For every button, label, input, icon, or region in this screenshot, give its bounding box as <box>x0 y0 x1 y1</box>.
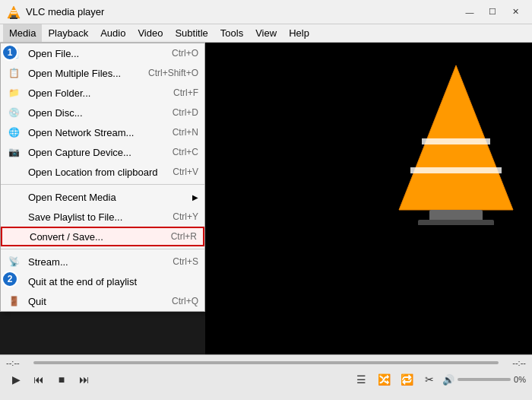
shortcut-open-location: Ctrl+V <box>173 167 198 177</box>
icon-quit: 🚪 <box>7 294 21 308</box>
media-dropdown: 📄Open File...Ctrl+O📋Open Multiple Files.… <box>0 43 205 312</box>
menu-item-view[interactable]: View <box>249 24 283 42</box>
label-open-recent: Open Recent Media <box>28 192 116 203</box>
svg-marker-5 <box>399 65 513 210</box>
shortcut-stream: Ctrl+S <box>173 256 198 267</box>
progress-track[interactable] <box>33 361 499 364</box>
label-open-capture: Open Capture Device... <box>28 147 131 158</box>
menu-item-open-capture[interactable]: 📷Open Capture Device...Ctrl+C <box>1 142 204 162</box>
menu-item-open-multiple[interactable]: 📋Open Multiple Files...Ctrl+Shift+O <box>1 63 204 83</box>
menu-item-stream[interactable]: 📡Stream...Ctrl+S <box>1 252 204 271</box>
shortcut-open-folder: Ctrl+F <box>173 87 198 98</box>
label-open-network: Open Network Stream... <box>28 127 134 138</box>
title-bar: VLC media player — ☐ ✕ <box>0 0 532 24</box>
svg-rect-9 <box>429 210 483 221</box>
label-open-multiple: Open Multiple Files... <box>28 68 121 79</box>
progress-bar-area: --:-- --:-- <box>6 358 526 367</box>
shortcut-quit: Ctrl+Q <box>172 296 198 306</box>
shortcut-save-playlist: Ctrl+Y <box>173 211 198 222</box>
menu-item-video[interactable]: Video <box>131 24 169 42</box>
icon-open-folder: 📁 <box>7 86 21 100</box>
menu-item-subtitle[interactable]: Subtitle <box>169 24 214 42</box>
shortcut-open-capture: Ctrl+C <box>173 147 198 157</box>
label-save-playlist: Save Playlist to File... <box>28 211 122 223</box>
separator-7 <box>1 184 204 185</box>
close-button[interactable]: ✕ <box>505 4 526 21</box>
menu-item-quit-end[interactable]: Quit at the end of playlist <box>1 271 204 291</box>
volume-percent: 0% <box>514 375 526 384</box>
controls-buttons: ▶ ⏮ ■ ⏭ ☰ 🔀 🔁 ✂ 🔊 0% <box>6 370 526 389</box>
separator-10 <box>1 249 204 249</box>
menu-item-open-folder[interactable]: 📁Open Folder...Ctrl+F <box>1 83 204 103</box>
volume-area: 🔊 0% <box>442 374 526 386</box>
label-open-folder: Open Folder... <box>28 87 90 99</box>
maximize-button[interactable]: ☐ <box>482 4 503 21</box>
menu-item-open-recent[interactable]: Open Recent Media▶ <box>1 187 204 207</box>
label-open-location: Open Location from clipboard <box>28 167 158 178</box>
svg-rect-10 <box>418 220 494 225</box>
menu-item-open-disc[interactable]: 💿Open Disc...Ctrl+D <box>1 103 204 122</box>
menu-item-open-location[interactable]: Open Location from clipboardCtrl+V <box>1 162 204 182</box>
menu-bar: MediaPlaybackAudioVideoSubtitleToolsView… <box>0 24 532 43</box>
menu-item-tools[interactable]: Tools <box>214 24 249 42</box>
shortcut-open-multiple: Ctrl+Shift+O <box>148 68 198 78</box>
icon-open-capture: 📷 <box>7 145 21 159</box>
vlc-cone-graphic <box>395 58 517 225</box>
label-quit-end: Quit at the end of playlist <box>28 276 137 287</box>
prev-button[interactable]: ⏮ <box>29 370 49 389</box>
minimize-button[interactable]: — <box>459 4 480 21</box>
menu-item-open-file[interactable]: 📄Open File...Ctrl+O <box>1 43 204 63</box>
arrow-open-recent: ▶ <box>192 193 198 202</box>
shortcut-convert-save: Ctrl+R <box>171 231 197 242</box>
menu-item-convert-save[interactable]: Convert / Save...Ctrl+R <box>1 227 204 246</box>
menu-item-playback[interactable]: Playback <box>42 24 94 42</box>
menu-item-save-playlist[interactable]: Save Playlist to File...Ctrl+Y <box>1 207 204 227</box>
label-convert-save: Convert / Save... <box>30 231 103 243</box>
label-quit: Quit <box>28 296 46 307</box>
video-area <box>205 43 532 354</box>
app-title: VLC media player <box>26 6 459 17</box>
label-stream: Stream... <box>28 256 68 268</box>
step-badge-1: 1 <box>2 44 18 61</box>
menu-item-audio[interactable]: Audio <box>94 24 131 42</box>
svg-rect-2 <box>10 17 17 19</box>
icon-open-disc: 💿 <box>7 106 21 119</box>
icon-stream: 📡 <box>7 255 21 268</box>
time-remaining: --:-- <box>503 358 526 367</box>
next-button[interactable]: ⏭ <box>74 370 94 389</box>
play-button[interactable]: ▶ <box>6 370 26 389</box>
label-open-disc: Open Disc... <box>28 107 83 119</box>
shortcut-open-network: Ctrl+N <box>173 127 198 138</box>
repeat-button[interactable]: 🔁 <box>397 370 416 389</box>
time-elapsed: --:-- <box>6 358 29 367</box>
main-area: 1 2 📄Open File...Ctrl+O📋Open Multiple Fi… <box>0 43 532 354</box>
random-button[interactable]: 🔀 <box>374 370 394 389</box>
menu-item-help[interactable]: Help <box>283 24 315 42</box>
frame-button[interactable]: ✂ <box>420 370 439 389</box>
icon-open-multiple: 📋 <box>7 66 21 80</box>
icon-open-network: 🌐 <box>7 125 21 139</box>
stop-button[interactable]: ■ <box>52 370 71 389</box>
step-badge-2: 2 <box>2 271 18 287</box>
volume-icon: 🔊 <box>442 374 454 386</box>
window-controls: — ☐ ✕ <box>459 4 526 21</box>
vlc-logo <box>6 5 21 20</box>
menu-item-open-network[interactable]: 🌐Open Network Stream...Ctrl+N <box>1 122 204 142</box>
controls-area: --:-- --:-- ▶ ⏮ ■ ⏭ ☰ 🔀 🔁 ✂ 🔊 0% <box>0 354 532 400</box>
shortcut-open-disc: Ctrl+D <box>173 107 198 118</box>
svg-rect-1 <box>11 15 16 17</box>
menu-item-media[interactable]: Media <box>3 24 42 42</box>
label-open-file: Open File... <box>28 48 79 59</box>
volume-track[interactable] <box>458 378 511 381</box>
shortcut-open-file: Ctrl+O <box>172 48 198 59</box>
menu-item-quit[interactable]: 🚪QuitCtrl+Q <box>1 291 204 311</box>
toggle-playlist-button[interactable]: ☰ <box>351 370 371 389</box>
